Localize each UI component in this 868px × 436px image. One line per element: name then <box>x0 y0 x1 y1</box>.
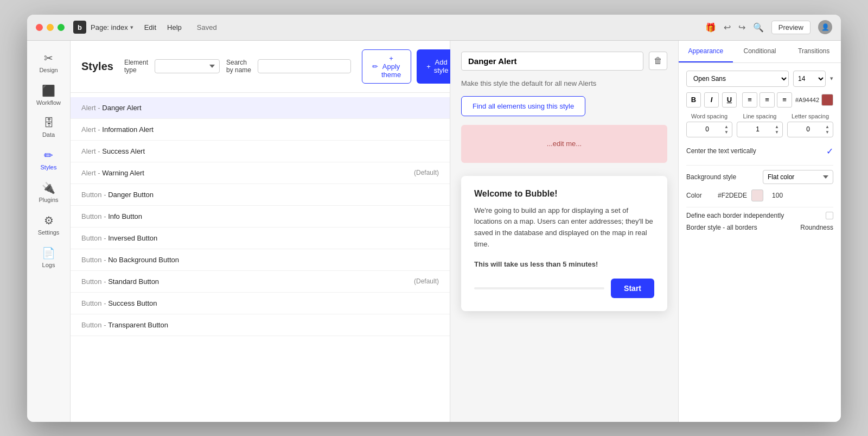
line-spacing-value: 1 <box>741 125 775 133</box>
roundness-label: Roundness <box>800 224 833 231</box>
tab-conditional[interactable]: Conditional <box>733 41 787 62</box>
preview-button[interactable]: Preview <box>771 21 810 34</box>
styles-actions: ✏ + Apply theme + Add style <box>362 49 458 84</box>
sidebar-item-logs[interactable]: 📄 Logs <box>30 242 68 273</box>
welcome-body: We're going to build an app for displayi… <box>474 205 654 250</box>
page-dropdown-icon[interactable]: ▾ <box>130 24 133 31</box>
gift-icon[interactable]: 🎁 <box>705 22 716 33</box>
maximize-button[interactable] <box>58 24 65 31</box>
sidebar-item-settings[interactable]: ⚙ Settings <box>30 210 68 240</box>
style-item-success-button[interactable]: Button - Success Button <box>71 293 450 314</box>
sidebar-item-workflow[interactable]: ⬛ Workflow <box>30 80 68 110</box>
element-type-select[interactable] <box>155 59 220 73</box>
style-item-success-alert[interactable]: Alert - Success Alert <box>71 141 450 162</box>
item-category: Alert - <box>81 147 102 155</box>
word-spacing-up-icon[interactable]: ▲ <box>724 124 729 129</box>
item-category: Button - <box>81 256 108 264</box>
styles-list: Alert - Danger Alert Alert - Information… <box>71 93 450 422</box>
item-category: Button - <box>81 321 108 329</box>
letter-spacing-down-icon[interactable]: ▼ <box>825 130 829 135</box>
sidebar-item-styles[interactable]: ✏ Styles <box>30 144 68 175</box>
bg-style-select[interactable]: Flat color <box>763 170 833 184</box>
align-center-button[interactable]: ≡ <box>760 92 775 108</box>
sidebar-item-design-label: Design <box>39 67 58 73</box>
item-category: Button - <box>81 212 108 220</box>
italic-button[interactable]: I <box>704 92 719 108</box>
section-divider-2 <box>686 207 833 207</box>
search-icon[interactable]: 🔍 <box>753 22 764 33</box>
style-item-warning-alert[interactable]: Alert - Warning Alert (Default) <box>71 162 450 184</box>
line-spacing-down-icon[interactable]: ▼ <box>775 130 779 135</box>
sidebar-item-data[interactable]: 🗄 Data <box>30 112 68 142</box>
user-avatar[interactable]: 👤 <box>818 20 832 34</box>
style-name-input[interactable] <box>461 52 643 71</box>
titlebar: b Page: index ▾ Edit Help Saved 🎁 ↩ ↪ 🔍 … <box>27 15 841 41</box>
pencil-icon: ✏ <box>372 62 378 71</box>
search-input[interactable] <box>258 59 351 73</box>
bold-button[interactable]: B <box>686 92 701 108</box>
style-item-info-button[interactable]: Button - Info Button <box>71 206 450 228</box>
letter-spacing-up-icon[interactable]: ▲ <box>825 124 829 129</box>
line-spacing-up-icon[interactable]: ▲ <box>775 124 779 129</box>
close-button[interactable] <box>36 24 43 31</box>
sidebar-item-styles-label: Styles <box>41 164 57 170</box>
nav-edit[interactable]: Edit <box>144 23 156 31</box>
welcome-footer: Start <box>474 279 654 298</box>
word-spacing-down-icon[interactable]: ▼ <box>724 130 729 135</box>
sidebar-item-plugins[interactable]: 🔌 Plugins <box>30 177 68 207</box>
style-item-danger-button[interactable]: Button - Danger Button <box>71 184 450 206</box>
spacing-controls: 0 ▲ ▼ 1 ▲ ▼ <box>686 122 833 137</box>
tab-transitions[interactable]: Transitions <box>787 41 841 62</box>
style-item-information-alert[interactable]: Alert - Information Alert <box>71 119 450 141</box>
underline-button[interactable]: U <box>722 92 737 108</box>
undo-icon[interactable]: ↩ <box>724 22 731 33</box>
sidebar-item-design[interactable]: ✂ Design <box>30 47 68 78</box>
nav-help[interactable]: Help <box>167 23 182 31</box>
item-name: Inversed Button <box>108 234 157 242</box>
main-window: b Page: index ▾ Edit Help Saved 🎁 ↩ ↪ 🔍 … <box>27 15 841 422</box>
section-divider <box>686 165 833 166</box>
redo-icon[interactable]: ↪ <box>738 22 745 33</box>
welcome-footer-text: This will take us less than 5 minutes! <box>474 259 654 270</box>
start-button[interactable]: Start <box>611 279 654 298</box>
style-item-transparent-button[interactable]: Button - Transparent Button <box>71 314 450 336</box>
dropdown-icon: ▾ <box>830 75 833 82</box>
tab-appearance[interactable]: Appearance <box>679 41 733 62</box>
item-category: Alert - <box>81 125 102 134</box>
style-item-no-background-button[interactable]: Button - No Background Button <box>71 249 450 271</box>
check-icon[interactable]: ✓ <box>826 146 833 156</box>
word-spacing-value: 0 <box>690 125 724 133</box>
styles-title: Styles <box>81 60 113 73</box>
center-text-label: Center the text vertically <box>686 147 756 155</box>
line-spacing-arrows[interactable]: ▲ ▼ <box>775 124 779 135</box>
alert-preview-text: ...edit me... <box>547 140 582 148</box>
style-item-danger-alert[interactable]: Alert - Danger Alert <box>71 97 450 119</box>
trash-icon: 🗑 <box>654 56 662 66</box>
minimize-button[interactable] <box>47 24 54 31</box>
workflow-icon: ⬛ <box>42 84 55 97</box>
default-text: Make this style the default for all new … <box>461 79 667 87</box>
define-border-row: Define each border independently <box>686 212 833 219</box>
font-select[interactable]: Open Sans <box>686 71 789 87</box>
plugins-icon: 🔌 <box>42 181 55 194</box>
item-category: Button - <box>81 191 108 199</box>
color-preview-box[interactable] <box>751 189 763 201</box>
styles-header: Styles Element type Search by name ✏ + A… <box>71 41 450 93</box>
content-area: Styles Element type Search by name ✏ + A… <box>71 41 841 422</box>
apply-theme-button[interactable]: ✏ + Apply theme <box>362 49 411 84</box>
text-color-swatch[interactable]: #A94442 <box>795 94 833 106</box>
word-spacing-arrows[interactable]: ▲ ▼ <box>724 124 729 135</box>
align-right-button[interactable]: ≡ <box>777 92 792 108</box>
align-left-button[interactable]: ≡ <box>742 92 757 108</box>
font-size-select[interactable]: 14 <box>793 71 826 87</box>
spacing-labels: Word spacing Line spacing Letter spacing <box>686 113 833 119</box>
delete-button[interactable]: 🗑 <box>649 52 667 70</box>
styles-panel: Styles Element type Search by name ✏ + A… <box>71 41 450 422</box>
find-elements-button[interactable]: Find all elements using this style <box>461 96 585 116</box>
default-badge: (Default) <box>414 169 439 176</box>
style-item-standard-button[interactable]: Button - Standard Button (Default) <box>71 271 450 293</box>
letter-spacing-arrows[interactable]: ▲ ▼ <box>825 124 829 135</box>
style-item-inversed-button[interactable]: Button - Inversed Button <box>71 228 450 249</box>
define-border-checkbox[interactable] <box>826 212 833 219</box>
app-logo: b <box>73 21 86 34</box>
